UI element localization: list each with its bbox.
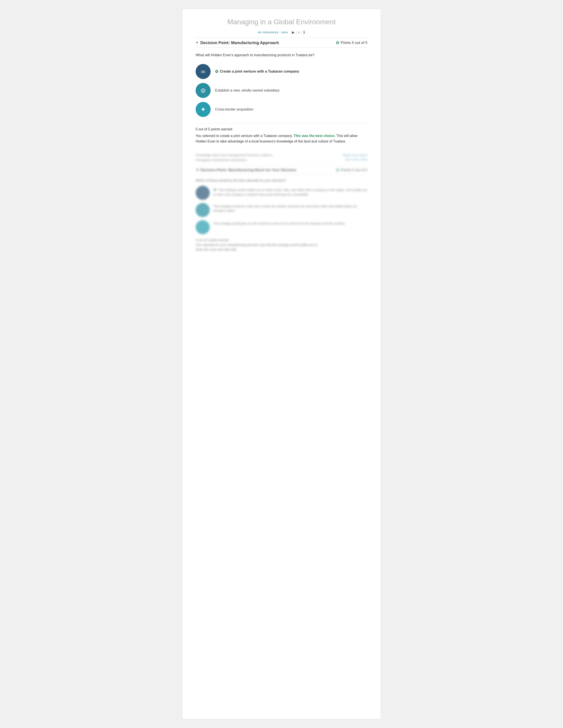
section1-header: ▼ Decision Point: Manufacturing Approach… xyxy=(195,38,368,48)
page-container: Managing in a Global Environment MY PROG… xyxy=(182,9,381,719)
answer2-avatar: ⊜ xyxy=(195,83,211,98)
blurred-top-text: Knowledge about how management functions… xyxy=(195,153,272,162)
result-points: 5 out of 5 points earned: xyxy=(195,127,368,131)
answer1-avatar-icon: ∞ xyxy=(201,68,205,75)
list-icon[interactable]: ≡ xyxy=(298,30,300,34)
result-section: 5 out of 5 points earned: You selected t… xyxy=(195,123,368,144)
blurred-avatar-3 xyxy=(195,220,210,234)
blurred-answer-2: This strategy would be a fast way to ent… xyxy=(195,203,368,217)
collapse-icon[interactable]: ▼ xyxy=(195,41,198,44)
info-icon[interactable]: ℹ xyxy=(304,30,305,35)
separator: | xyxy=(296,30,297,35)
progress-row: MY PROGRESS - 100% ▶ | ≡ | ℹ xyxy=(195,30,368,35)
answer2-text: Establish a new, wholly owned subsidiary xyxy=(215,88,280,92)
answer2-avatar-icon: ⊜ xyxy=(200,87,206,94)
blurred-answer-1-text: ✿ This strategy would enable you to shar… xyxy=(213,186,368,197)
blurred-points-badge: ✿ Points 5 out of 5 xyxy=(336,167,368,173)
answer1-correct-star: ✿ xyxy=(215,69,218,74)
blurred-answer-2-text: This strategy would be a fast way to ent… xyxy=(213,203,368,213)
result-desc-start: You selected to create a joint venture w… xyxy=(195,134,294,138)
blurred-points-star: ✿ xyxy=(336,167,339,173)
progress-icons: ▶ | ≡ | ℹ xyxy=(292,30,305,35)
blurred-section-title: ▼ Decision Point: Manufacturing Basis fo… xyxy=(195,168,296,172)
blurred-avatar-1 xyxy=(195,186,210,200)
blurred-answer-3: This strategy would give you the maximum… xyxy=(195,220,368,234)
answer-options-list: ∞ ✿ Create a joint venture with a Tuatar… xyxy=(195,64,368,117)
blurred-top-row: Knowledge about how management functions… xyxy=(195,153,368,162)
blurred-answer-3-text: This strategy would give you the maximum… xyxy=(213,220,346,226)
blurred-section: Knowledge about how management functions… xyxy=(195,153,368,252)
blurred-result-line1: 5 out of 5 points earned: xyxy=(195,238,368,242)
answer3-avatar-icon: ✦ xyxy=(200,106,206,113)
section1-title: Decision Point: Manufacturing Approach xyxy=(200,40,279,45)
answer-option-3[interactable]: ✦ Cross-border acquisition xyxy=(195,102,368,117)
page-title: Managing in a Global Environment xyxy=(195,18,368,26)
blurred-result-line2: Your rationale for your manufacturing de… xyxy=(195,243,368,252)
points-badge: ✿ Points 5 out of 5 xyxy=(336,40,368,45)
question-text: What will Holden Evan's approach to manu… xyxy=(195,53,368,58)
play-icon[interactable]: ▶ xyxy=(292,30,295,34)
separator2: | xyxy=(302,30,302,35)
points-label: Points 5 out of 5 xyxy=(341,41,368,45)
blurred-result: 5 out of 5 points earned: Your rationale… xyxy=(195,238,368,252)
progress-label: MY PROGRESS - 100% xyxy=(258,31,288,34)
result-desc: You selected to create a joint venture w… xyxy=(195,133,368,144)
answer3-text: Cross-border acquisition xyxy=(215,107,253,111)
blurred-section-header: ▼ Decision Point: Manufacturing Basis fo… xyxy=(195,165,368,175)
blurred-avatar-2 xyxy=(195,203,210,217)
answer-option-2[interactable]: ⊜ Establish a new, wholly owned subsidia… xyxy=(195,83,368,98)
answer1-avatar: ∞ xyxy=(195,64,211,79)
blurred-top-link: Read more about this in the eText xyxy=(343,153,368,162)
section1-title-left: ▼ Decision Point: Manufacturing Approach xyxy=(195,40,279,45)
blurred-question: Which of these would be the best rationa… xyxy=(195,178,368,182)
points-star-icon: ✿ xyxy=(336,40,339,45)
answer1-text: ✿ Create a joint venture with a Tuataran… xyxy=(215,69,299,74)
blurred-answer-1: ✿ This strategy would enable you to shar… xyxy=(195,186,368,200)
result-highlight: This was the best choice. xyxy=(294,134,336,138)
answer3-avatar: ✦ xyxy=(195,102,211,117)
answer-option-1[interactable]: ∞ ✿ Create a joint venture with a Tuatar… xyxy=(195,64,368,79)
